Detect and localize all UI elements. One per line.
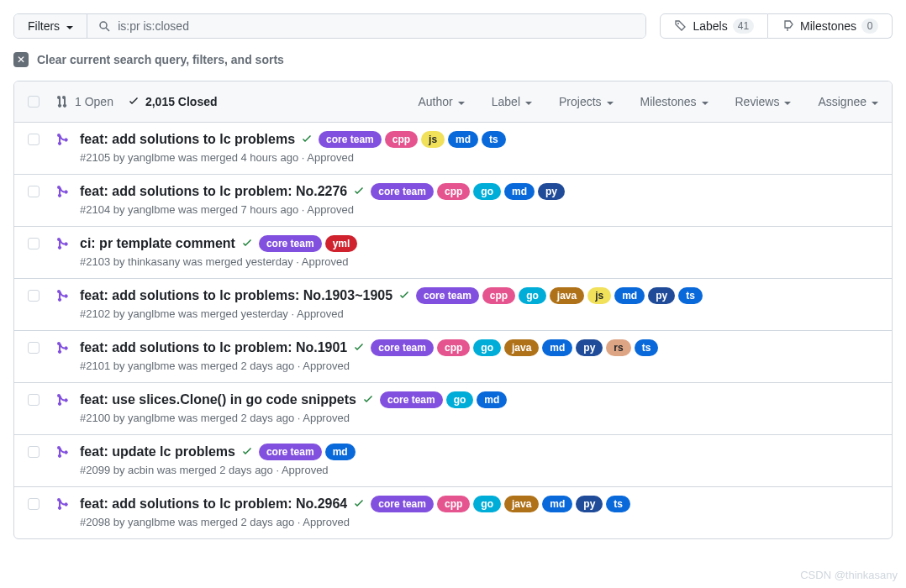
pr-title-link[interactable]: feat: add solutions to lc problem: No.19…	[80, 340, 347, 355]
label-ts[interactable]: ts	[482, 131, 506, 148]
filter-projects[interactable]: Projects	[559, 95, 614, 108]
label-go[interactable]: go	[446, 391, 474, 408]
label-md[interactable]: md	[542, 496, 572, 512]
status-check-icon	[240, 237, 254, 250]
pr-meta: #2100 by yanglbme was merged 2 days ago …	[80, 412, 878, 424]
row-checkbox[interactable]	[28, 238, 40, 249]
filter-author[interactable]: Author	[418, 95, 464, 108]
label-java[interactable]: java	[550, 287, 584, 304]
pr-meta: #2103 by thinkasany was merged yesterday…	[80, 255, 878, 268]
pr-title-link[interactable]: feat: update lc problems	[80, 444, 235, 459]
merged-icon	[56, 341, 70, 372]
label-md[interactable]: md	[504, 183, 535, 200]
label-core-team[interactable]: core team	[319, 131, 382, 148]
status-check-icon	[300, 133, 313, 146]
row-checkbox[interactable]	[28, 342, 40, 354]
pr-meta: #2098 by yanglbme was merged 2 days ago …	[80, 516, 878, 528]
label-core-team[interactable]: core team	[371, 339, 434, 356]
label-md[interactable]: md	[542, 339, 572, 356]
label-core-team[interactable]: core team	[371, 183, 434, 200]
close-icon[interactable]: ✕	[13, 52, 29, 67]
label-cpp[interactable]: cpp	[437, 339, 470, 356]
status-check-icon	[352, 341, 366, 354]
label-py[interactable]: py	[538, 183, 565, 200]
label-py[interactable]: py	[576, 496, 603, 512]
search-input[interactable]	[111, 15, 635, 37]
pr-meta: #2099 by acbin was merged 2 days ago · A…	[80, 464, 878, 476]
label-go[interactable]: go	[473, 339, 501, 356]
row-checkbox[interactable]	[28, 394, 40, 406]
status-check-icon	[361, 393, 375, 407]
chevron-down-icon	[603, 97, 614, 107]
filter-reviews[interactable]: Reviews	[735, 95, 792, 108]
milestones-button[interactable]: Milestones 0	[768, 13, 893, 39]
search-icon	[97, 19, 111, 33]
filter-milestones[interactable]: Milestones	[640, 95, 708, 108]
merged-icon	[56, 237, 70, 268]
label-ts[interactable]: ts	[635, 339, 659, 356]
filter-label[interactable]: Label	[492, 95, 532, 108]
label-md[interactable]: md	[448, 131, 478, 148]
pr-title-link[interactable]: feat: add solutions to lc problems: No.1…	[80, 288, 392, 303]
chevron-down-icon	[868, 97, 878, 107]
open-label: 1 Open	[75, 95, 113, 108]
pr-title-link[interactable]: feat: use slices.Clone() in go code snip…	[80, 392, 356, 407]
label-js[interactable]: js	[587, 287, 611, 304]
pr-title-link[interactable]: feat: add solutions to lc problem: No.29…	[80, 496, 347, 512]
label-go[interactable]: go	[473, 496, 501, 512]
label-md[interactable]: md	[614, 287, 645, 304]
label-core-team[interactable]: core team	[259, 235, 322, 252]
row-checkbox[interactable]	[28, 498, 40, 510]
merged-icon	[56, 393, 70, 424]
pr-title-link[interactable]: ci: pr template comment	[80, 236, 235, 251]
row-checkbox[interactable]	[28, 134, 40, 145]
closed-label: 2,015 Closed	[145, 95, 218, 108]
label-go[interactable]: go	[519, 287, 546, 304]
label-py[interactable]: py	[648, 287, 675, 304]
label-java[interactable]: java	[504, 496, 539, 512]
filter-label: Milestones	[640, 95, 697, 108]
tag-icon	[674, 19, 687, 33]
label-ts[interactable]: ts	[606, 496, 630, 512]
tab-closed[interactable]: 2,015 Closed	[127, 95, 218, 108]
label-core-team[interactable]: core team	[259, 444, 322, 460]
chevron-down-icon	[781, 97, 791, 107]
milestone-icon	[782, 19, 795, 33]
label-java[interactable]: java	[504, 339, 539, 356]
label-cpp[interactable]: cpp	[437, 496, 470, 512]
row-checkbox[interactable]	[28, 290, 40, 302]
clear-search-link[interactable]: Clear current search query, filters, and…	[37, 53, 284, 66]
merged-icon	[56, 185, 70, 216]
label-cpp[interactable]: cpp	[437, 183, 470, 200]
pr-title-link[interactable]: feat: add solutions to lc problem: No.22…	[80, 184, 347, 199]
select-all-checkbox[interactable]	[28, 96, 40, 108]
label-py[interactable]: py	[576, 339, 603, 356]
label-md[interactable]: md	[477, 391, 507, 408]
row-checkbox[interactable]	[28, 186, 40, 197]
filters-button[interactable]: Filters	[14, 14, 87, 38]
label-md[interactable]: md	[325, 444, 356, 460]
label-yml[interactable]: yml	[325, 235, 358, 252]
labels-button[interactable]: Labels 41	[660, 13, 768, 39]
label-ts[interactable]: ts	[678, 287, 703, 304]
filter-assignee[interactable]: Assignee	[818, 95, 878, 108]
row-checkbox[interactable]	[28, 446, 40, 458]
chevron-down-icon	[698, 97, 708, 107]
label-cpp[interactable]: cpp	[385, 131, 418, 148]
pr-title-link[interactable]: feat: add solutions to lc problems	[80, 132, 295, 147]
pr-row: feat: update lc problemscore teammd#2099…	[14, 435, 892, 487]
filter-label: Label	[492, 95, 520, 108]
label-core-team[interactable]: core team	[371, 496, 434, 512]
pr-meta: #2101 by yanglbme was merged 2 days ago …	[80, 360, 878, 372]
label-core-team[interactable]: core team	[380, 391, 443, 408]
milestones-count: 0	[861, 18, 878, 34]
label-go[interactable]: go	[473, 183, 501, 200]
pr-row: feat: add solutions to lc problemscore t…	[14, 123, 892, 175]
label-core-team[interactable]: core team	[416, 287, 479, 304]
label-rs[interactable]: rs	[606, 339, 630, 356]
label-cpp[interactable]: cpp	[482, 287, 515, 304]
tab-open[interactable]: 1 Open	[56, 95, 113, 108]
pr-open-icon	[56, 95, 70, 108]
label-js[interactable]: js	[421, 131, 445, 148]
pr-row: ci: pr template commentcore teamyml#2103…	[14, 227, 892, 279]
